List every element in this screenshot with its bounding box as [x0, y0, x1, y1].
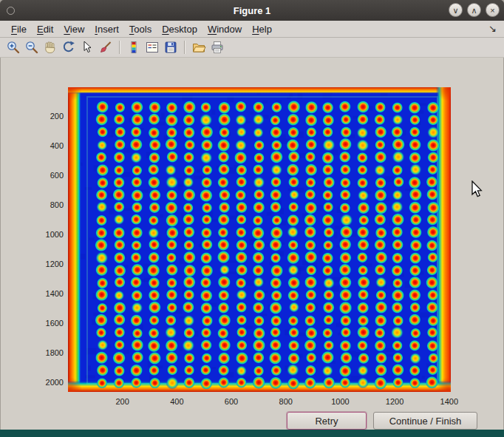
dock-figure-icon[interactable]: ↘: [488, 23, 497, 34]
menu-tools[interactable]: Tools: [124, 22, 157, 36]
y-tick-label: 1800: [37, 348, 64, 357]
toolbar-separator: [119, 41, 120, 54]
insert-colorbar-icon: [126, 40, 141, 55]
zoom-in-icon: [6, 40, 21, 55]
y-tick-label: 800: [37, 200, 64, 209]
menu-file[interactable]: File: [6, 22, 32, 36]
y-tick-label: 2000: [37, 378, 64, 387]
figure-window: Figure 1 ∨ ∧ × FileEditViewInsertToolsDe…: [0, 0, 504, 437]
x-tick-label: 1200: [378, 397, 411, 406]
pan-button[interactable]: [41, 38, 59, 56]
mouse-cursor: [470, 180, 483, 198]
window-bottom-strip: [0, 430, 504, 437]
menu-bar: FileEditViewInsertToolsDesktopWindowHelp…: [0, 21, 504, 38]
window-title: Figure 1: [0, 5, 504, 16]
title-bar[interactable]: Figure 1 ∨ ∧ ×: [0, 0, 504, 21]
y-tick-label: 1600: [37, 319, 64, 328]
x-tick-label: 1000: [324, 397, 356, 406]
x-tick-label: 800: [270, 397, 302, 406]
brush-icon: [98, 40, 113, 55]
open-icon: [191, 40, 206, 55]
save-button[interactable]: [162, 38, 180, 56]
insert-colorbar-button[interactable]: [125, 38, 143, 56]
window-controls: ∨ ∧ ×: [449, 3, 500, 17]
rotate-3d-icon: [61, 40, 76, 55]
close-button[interactable]: ×: [486, 3, 500, 17]
y-tick-label: 1400: [37, 289, 64, 298]
brush-button[interactable]: [97, 38, 115, 56]
save-icon: [163, 40, 178, 55]
minimize-button[interactable]: ∨: [449, 3, 463, 17]
menu-view[interactable]: View: [58, 22, 89, 36]
insert-legend-icon: [145, 40, 160, 55]
y-tick-label: 1000: [37, 230, 64, 239]
pan-icon: [43, 40, 58, 55]
toolbar-separator: [184, 41, 185, 54]
y-tick-label: 400: [37, 141, 64, 150]
continue-finish-button[interactable]: Continue / Finish: [373, 412, 477, 430]
y-tick-label: 600: [37, 171, 64, 180]
maximize-button[interactable]: ∧: [467, 3, 481, 17]
insert-legend-button[interactable]: [143, 38, 161, 56]
print-button[interactable]: [208, 38, 226, 56]
y-tick-label: 1200: [37, 260, 64, 268]
image-plot[interactable]: [68, 87, 451, 392]
x-tick-label: 200: [106, 397, 139, 406]
menu-edit[interactable]: Edit: [32, 22, 58, 36]
toolbar: [0, 38, 504, 58]
retry-button[interactable]: Retry: [287, 412, 367, 430]
y-tick-label: 200: [37, 112, 64, 121]
open-button[interactable]: [190, 38, 208, 56]
x-tick-label: 600: [215, 397, 248, 406]
rotate-3d-button[interactable]: [60, 38, 78, 56]
zoom-out-button[interactable]: [23, 38, 41, 56]
zoom-in-button[interactable]: [4, 38, 22, 56]
data-cursor-button[interactable]: [78, 38, 96, 56]
print-icon: [210, 40, 225, 55]
menu-items: FileEditViewInsertToolsDesktopWindowHelp: [6, 22, 277, 36]
data-cursor-icon: [80, 40, 95, 55]
menu-insert[interactable]: Insert: [89, 22, 124, 36]
menu-window[interactable]: Window: [202, 22, 247, 36]
x-tick-label: 1400: [433, 397, 466, 406]
menu-help[interactable]: Help: [247, 22, 277, 36]
menu-desktop[interactable]: Desktop: [157, 22, 202, 36]
zoom-out-icon: [24, 40, 39, 55]
window-menu-icon[interactable]: [7, 7, 15, 15]
x-tick-label: 400: [160, 397, 193, 406]
